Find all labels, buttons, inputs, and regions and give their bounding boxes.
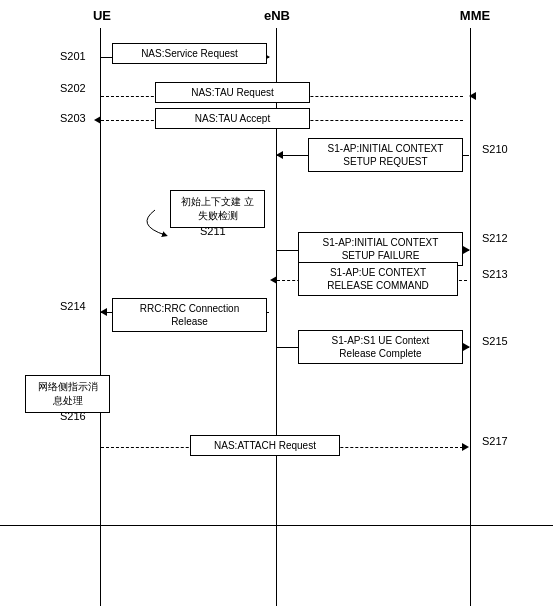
- annotation-network-indication: 网络侧指示消 息处理: [25, 375, 110, 413]
- msg-s1ap-initial-ctx-setup-req: S1-AP:INITIAL CONTEXTSETUP REQUEST: [308, 138, 463, 172]
- mme-label: MME: [450, 8, 500, 23]
- arrow-s213-head: [270, 276, 277, 284]
- sequence-diagram: UE eNB MME S201 NAS:Service Request S202…: [0, 0, 553, 606]
- msg-rrc-connection-release: RRC:RRC ConnectionRelease: [112, 298, 267, 332]
- msg-nas-tau-accept: NAS:TAU Accept: [155, 108, 310, 129]
- msg-nas-tau-request: NAS:TAU Request: [155, 82, 310, 103]
- step-s202: S202: [60, 82, 86, 94]
- step-s213: S213: [482, 268, 508, 280]
- step-s215: S215: [482, 335, 508, 347]
- arrow-s202-head: [469, 92, 476, 100]
- step-s211: S211: [200, 225, 226, 237]
- ue-lifeline: [100, 28, 101, 606]
- msg-s1ap-ue-ctx-release-cmd: S1-AP:UE CONTEXTRELEASE COMMAND: [298, 262, 458, 296]
- step-s214: S214: [60, 300, 86, 312]
- mme-lifeline: [470, 28, 471, 606]
- arrow-s217-head: [462, 443, 469, 451]
- msg-nas-service-request: NAS:Service Request: [112, 43, 267, 64]
- ue-label: UE: [72, 8, 132, 23]
- bottom-border: [0, 525, 553, 526]
- msg-nas-attach-request: NAS:ATTACH Request: [190, 435, 340, 456]
- step-s201: S201: [60, 50, 86, 62]
- step-s217: S217: [482, 435, 508, 447]
- step-s203: S203: [60, 112, 86, 124]
- step-s210: S210: [482, 143, 508, 155]
- arrow-s203-head: [94, 116, 101, 124]
- msg-s1ap-initial-ctx-setup-fail: S1-AP:INITIAL CONTEXTSETUP FAILURE: [298, 232, 463, 266]
- enb-label: eNB: [252, 8, 302, 23]
- msg-s1ap-s1-ue-ctx-release-complete: S1-AP:S1 UE ContextRelease Complete: [298, 330, 463, 364]
- step-s216: S216: [60, 410, 86, 422]
- step-s212: S212: [482, 232, 508, 244]
